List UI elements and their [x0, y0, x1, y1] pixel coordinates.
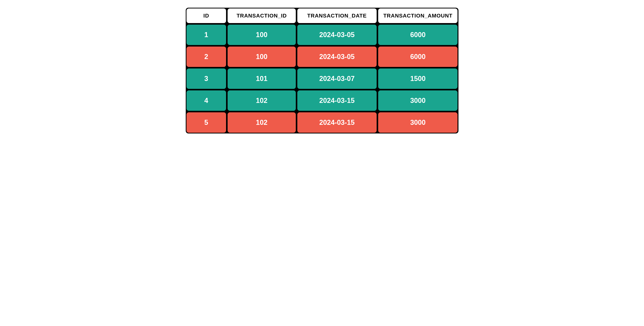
cell-transaction-id: 101	[228, 68, 296, 89]
cell-id: 1	[186, 25, 226, 45]
cell-transaction-date: 2024-03-05	[297, 25, 377, 45]
transactions-table: ID TRANSACTION_ID TRANSACTION_DATE TRANS…	[186, 8, 458, 133]
cell-transaction-id: 102	[228, 112, 296, 133]
table-row: 3 101 2024-03-07 1500	[186, 68, 458, 89]
table-row: 4 102 2024-03-15 3000	[186, 90, 458, 111]
cell-transaction-amount: 6000	[378, 25, 458, 45]
cell-id: 2	[186, 47, 226, 67]
cell-transaction-amount: 1500	[378, 68, 458, 89]
table-row: 5 102 2024-03-15 3000	[186, 112, 458, 133]
cell-transaction-date: 2024-03-05	[297, 47, 377, 67]
cell-transaction-date: 2024-03-15	[297, 90, 377, 111]
table-row: 1 100 2024-03-05 6000	[186, 25, 458, 45]
cell-transaction-amount: 3000	[378, 112, 458, 133]
column-header-transaction-id: TRANSACTION_ID	[228, 9, 296, 23]
cell-transaction-amount: 6000	[378, 47, 458, 67]
cell-id: 3	[186, 68, 226, 89]
table-header-row: ID TRANSACTION_ID TRANSACTION_DATE TRANS…	[186, 9, 458, 23]
cell-id: 4	[186, 90, 226, 111]
column-header-id: ID	[186, 9, 226, 23]
column-header-transaction-date: TRANSACTION_DATE	[297, 9, 377, 23]
cell-transaction-id: 102	[228, 90, 296, 111]
table-row: 2 100 2024-03-05 6000	[186, 47, 458, 67]
column-header-transaction-amount: TRANSACTION_AMOUNT	[378, 9, 458, 23]
cell-id: 5	[186, 112, 226, 133]
table-grid: ID TRANSACTION_ID TRANSACTION_DATE TRANS…	[186, 8, 458, 133]
cell-transaction-amount: 3000	[378, 90, 458, 111]
cell-transaction-date: 2024-03-15	[297, 112, 377, 133]
cell-transaction-id: 100	[228, 47, 296, 67]
cell-transaction-date: 2024-03-07	[297, 68, 377, 89]
cell-transaction-id: 100	[228, 25, 296, 45]
